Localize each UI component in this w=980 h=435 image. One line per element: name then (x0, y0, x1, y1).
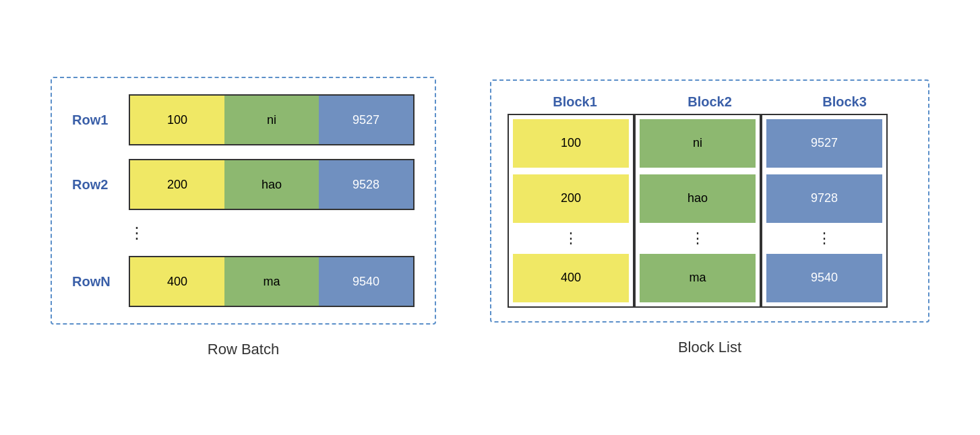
block-list-box: Block1 Block2 Block3 100 200 ⋮ 400 ni ha… (490, 79, 929, 323)
blocks-row: 100 200 ⋮ 400 ni hao ⋮ ma 9527 9728 ⋮ 95… (508, 114, 888, 308)
block2-cell-0: ni (640, 119, 756, 168)
block2-cell-2: ma (640, 254, 756, 302)
block2-column: ni hao ⋮ ma (634, 114, 761, 308)
row-item-n: RowN 400 ma 9540 (72, 256, 415, 307)
block-headers: Block1 Block2 Block3 (508, 94, 912, 110)
row1-cell-green: ni (224, 96, 319, 144)
block-list-caption: Block List (678, 339, 741, 356)
rown-label: RowN (72, 274, 119, 290)
row2-label: Row2 (72, 177, 119, 193)
row-item-1: Row1 100 ni 9527 (72, 94, 415, 145)
row-item-2: Row2 200 hao 9528 (72, 159, 415, 210)
row1-cell-yellow: 100 (130, 96, 224, 144)
row1-label: Row1 (72, 112, 119, 128)
block3-cell-2: 9540 (766, 254, 882, 302)
row2-cell-yellow: 200 (130, 160, 224, 209)
block1-dots: ⋮ (513, 230, 629, 247)
block2-header: Block2 (642, 94, 777, 110)
block1-cell-0: 100 (513, 119, 629, 168)
block1-cell-2: 400 (513, 254, 629, 302)
row2-cell-green: hao (224, 160, 319, 209)
block3-column: 9527 9728 ⋮ 9540 (761, 114, 888, 308)
block3-cell-1: 9728 (766, 174, 882, 223)
row-batch-section: Row1 100 ni 9527 Row2 200 hao 9528 ⋮ Row… (51, 77, 436, 358)
block3-dots: ⋮ (766, 230, 882, 247)
row1-cell-blue: 9527 (319, 96, 413, 144)
block1-column: 100 200 ⋮ 400 (508, 114, 634, 308)
block1-cell-1: 200 (513, 174, 629, 223)
row2-cell-blue: 9528 (319, 160, 413, 209)
row-batch-dots: ⋮ (72, 224, 145, 242)
block2-cell-1: hao (640, 174, 756, 223)
rown-cell-blue: 9540 (319, 257, 413, 306)
row-batch-caption: Row Batch (208, 341, 279, 358)
block-list-section: Block1 Block2 Block3 100 200 ⋮ 400 ni ha… (490, 79, 929, 356)
block1-header: Block1 (508, 94, 642, 110)
rown-cells: 400 ma 9540 (129, 256, 415, 307)
row2-cells: 200 hao 9528 (129, 159, 415, 210)
row1-cells: 100 ni 9527 (129, 94, 415, 145)
row-batch-box: Row1 100 ni 9527 Row2 200 hao 9528 ⋮ Row… (51, 77, 436, 325)
block3-header: Block3 (777, 94, 912, 110)
block2-dots: ⋮ (640, 230, 756, 247)
block3-cell-0: 9527 (766, 119, 882, 168)
rown-cell-green: ma (224, 257, 319, 306)
rown-cell-yellow: 400 (130, 257, 224, 306)
